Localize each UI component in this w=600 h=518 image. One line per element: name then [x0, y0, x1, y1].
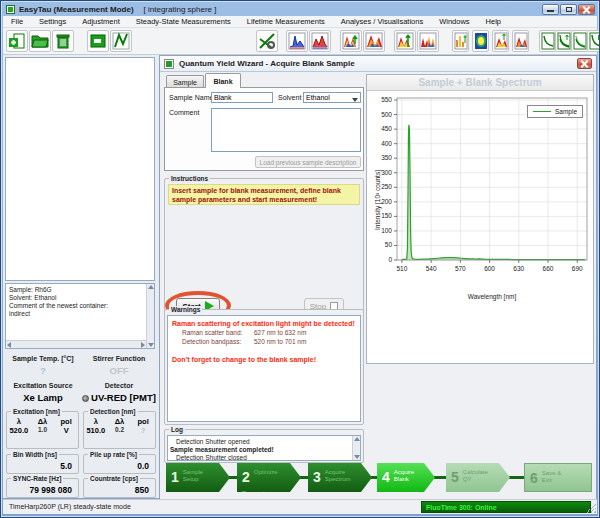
detection-lambda-value: 510.0 [84, 426, 108, 435]
comment-textarea[interactable] [211, 108, 361, 152]
menu-bar: File Settings Adjustment Steady-State Me… [3, 16, 597, 28]
close-button[interactable] [578, 4, 595, 15]
sample-compartment-icon[interactable] [87, 30, 109, 52]
detection-delta-value: 0.2 [108, 426, 132, 435]
dropdown-arrow-icon[interactable] [350, 95, 359, 104]
kinetics-series-icon[interactable] [512, 30, 529, 52]
window-mode-suffix: [ integrating sphere ] [144, 5, 217, 14]
svg-text:350: 350 [381, 154, 392, 161]
menu-adjustment[interactable]: Adjustment [74, 16, 128, 27]
wizard-title-bar: Quantum Yield Wizard - Acquire Blank Sam… [160, 56, 596, 72]
bin-width-groupbox: Bin Width [ns] 5.0 [6, 454, 79, 474]
sample-description-box[interactable]: Sample: Rh6G Solvent: Ethanol Comment of… [5, 283, 155, 349]
step-acquire-spectrum[interactable]: 3Acquire Spectrum [308, 463, 372, 492]
sample-name-label: Sample Name [169, 94, 213, 101]
lambda-header: λ [7, 417, 31, 426]
multi-spectrum-icon[interactable] [417, 30, 439, 52]
kinetics-spectrum-icon[interactable] [492, 30, 509, 52]
client-area: Sample: Rh6G Solvent: Ethanol Comment of… [3, 55, 597, 498]
solvent-label: Solvent [278, 94, 301, 101]
warning-raman-band: Raman scatter band:627 nm to 632 nm [172, 328, 356, 337]
scroll-right-icon [141, 342, 145, 348]
time-gated-spectrum-icon[interactable] [452, 30, 469, 52]
x-axis-label: Wavelength [nm] [407, 293, 577, 300]
status-bar: TimeHarp260P (LR) steady-state mode Fluo… [3, 499, 597, 514]
svg-text:150: 150 [381, 212, 392, 219]
spectrum-panel: Sample + Blank Spectrum 5105405706006306… [366, 74, 594, 364]
step-optimize-parameters[interactable]: 2Optimize Parameters [237, 463, 301, 492]
menu-file[interactable]: File [3, 16, 31, 27]
vertical-scrollbar[interactable] [146, 284, 154, 348]
emission-scan-color-icon[interactable] [363, 30, 385, 52]
pileup-value: 0.0 [137, 461, 149, 471]
log-title: Log [169, 426, 185, 433]
menu-windows[interactable]: Windows [431, 16, 477, 27]
decay-multi-icon[interactable] [587, 30, 600, 52]
lambda-header: λ [84, 417, 108, 426]
svg-text:600: 600 [484, 265, 495, 272]
resize-grip[interactable] [586, 503, 596, 513]
emission-spectrum-icon[interactable] [309, 30, 331, 52]
wizard-close-button[interactable] [577, 58, 592, 69]
maximize-button[interactable] [560, 4, 577, 15]
detector-value: UV-RED [PMT] [81, 392, 157, 403]
sync-rate-label: SYNC-Rate [Hz] [11, 475, 63, 482]
decay-single-icon[interactable] [539, 30, 556, 52]
pol-header: pol [131, 417, 155, 426]
detection-group-title: Detection [nm] [88, 408, 138, 415]
excitation-source-value: Xe Lamp [5, 392, 81, 403]
svg-text:540: 540 [426, 265, 437, 272]
log-scrollbar[interactable] [352, 436, 360, 460]
decay-scan-icon[interactable] [571, 30, 588, 52]
decay-series-icon[interactable] [555, 30, 572, 52]
svg-text:510: 510 [396, 265, 407, 272]
delete-icon[interactable] [52, 30, 74, 52]
synchronous-scan-icon[interactable] [394, 30, 416, 52]
scroll-up-icon [354, 437, 360, 441]
detection-pol-value: ? [131, 426, 155, 435]
open-file-icon[interactable] [29, 30, 51, 52]
adjustment-icon[interactable] [110, 30, 132, 52]
measurement-tools-icon[interactable] [256, 30, 278, 52]
svg-text:400: 400 [381, 140, 392, 147]
log-box[interactable]: Detection Shutter opened Sample measurem… [167, 435, 361, 461]
excitation-scan-color-icon[interactable] [340, 30, 362, 52]
title-bar: EasyTau (Measurement Mode) [ integrating… [3, 3, 597, 16]
sample-name-input[interactable]: Blank [211, 92, 273, 103]
warning-blank-sample: Don't forget to change to the blank samp… [172, 355, 356, 364]
new-measurement-icon[interactable] [6, 30, 28, 52]
scroll-down-icon [354, 455, 360, 459]
horizontal-scrollbar[interactable] [6, 340, 146, 348]
load-previous-sample-button[interactable]: Load previous sample description [255, 156, 361, 168]
menu-help[interactable]: Help [478, 16, 509, 27]
svg-text:0: 0 [388, 256, 392, 263]
excitation-group-title: Excitation [nm] [11, 408, 62, 415]
colormap-icon[interactable] [472, 30, 489, 52]
solvent-select[interactable]: Ethanol [303, 92, 361, 103]
svg-text:250: 250 [381, 183, 392, 190]
delta-lambda-header: Δλ [108, 417, 132, 426]
svg-text:570: 570 [455, 265, 466, 272]
menu-steady-state[interactable]: Steady-State Measurements [128, 16, 239, 27]
step-save-exit[interactable]: 6Save & Exit [524, 463, 592, 492]
excitation-spectrum-icon[interactable] [286, 30, 308, 52]
warnings-box: Raman scattering of excitation light mig… [167, 315, 361, 422]
step-acquire-blank[interactable]: 4Acquire Blank [377, 463, 435, 492]
app-icon [6, 5, 15, 14]
svg-text:450: 450 [381, 125, 392, 132]
menu-lifetime[interactable]: Lifetime Measurements [239, 16, 333, 27]
window-title: EasyTau (Measurement Mode) [19, 5, 134, 14]
quantum-yield-wizard-window: Quantum Yield Wizard - Acquire Blank Sam… [159, 55, 597, 500]
file-list-panel[interactable] [5, 57, 155, 281]
minimize-icon [547, 10, 554, 12]
tab-blank[interactable]: Blank [205, 73, 241, 88]
sync-rate-value: 79 998 080 [29, 485, 72, 495]
step-calculate-qy[interactable]: 5Calculate QY [446, 463, 510, 492]
step-sample-setup[interactable]: 1Sample Setup [166, 463, 230, 492]
menu-settings[interactable]: Settings [31, 16, 74, 27]
toolbar [3, 28, 597, 55]
menu-analyses[interactable]: Analyses / Visualisations [333, 16, 431, 27]
pol-header: pol [54, 417, 78, 426]
detector-status-dot [82, 395, 89, 402]
minimize-button[interactable] [542, 4, 559, 15]
